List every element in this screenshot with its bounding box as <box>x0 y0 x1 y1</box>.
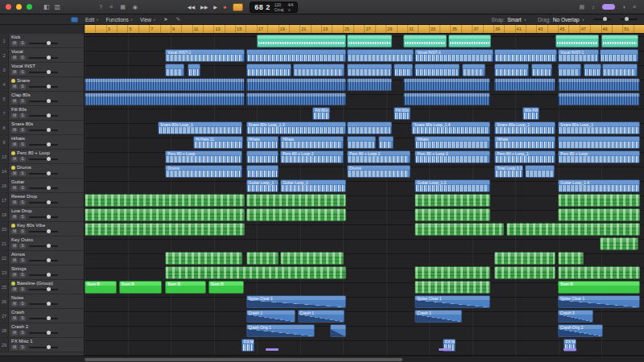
region[interactable] <box>85 93 245 105</box>
region[interactable] <box>600 237 638 250</box>
region[interactable]: Fill 80s (+5) <box>312 107 329 120</box>
solo-button[interactable]: S <box>19 56 26 60</box>
region[interactable] <box>506 223 640 236</box>
region[interactable]: Sum B <box>208 281 244 294</box>
solo-button[interactable]: S <box>19 244 26 249</box>
region[interactable] <box>494 49 557 62</box>
volume-slider[interactable] <box>29 245 58 247</box>
volume-slider[interactable] <box>29 101 58 102</box>
region[interactable] <box>601 35 639 47</box>
mute-button[interactable]: M <box>11 273 18 278</box>
region[interactable]: Crash 1 <box>415 310 462 323</box>
mute-button[interactable]: M <box>11 171 18 176</box>
track-header[interactable]: 16GuitarMS <box>0 179 84 193</box>
track-header[interactable]: 25Bassline (Group)MS <box>0 280 84 294</box>
region[interactable]: Crash Orig 2 <box>558 324 603 337</box>
volume-slider[interactable] <box>29 130 58 131</box>
region[interactable] <box>246 64 291 76</box>
volume-slider[interactable] <box>29 332 58 334</box>
mute-button[interactable]: M <box>11 186 18 191</box>
region[interactable] <box>448 35 492 47</box>
volume-slider[interactable] <box>29 274 58 276</box>
region[interactable] <box>347 64 392 76</box>
solo-button[interactable]: S <box>19 142 26 147</box>
midi-in-icon[interactable] <box>71 17 78 23</box>
mute-button[interactable]: M <box>11 142 18 147</box>
volume-knob[interactable] <box>47 331 51 335</box>
mute-button[interactable]: M <box>11 258 18 263</box>
volume-slider[interactable] <box>29 43 58 44</box>
track-header[interactable]: 26NoiseMS <box>0 294 84 309</box>
vertical-zoom-slider[interactable] <box>620 19 638 20</box>
region[interactable] <box>462 64 485 76</box>
volume-slider[interactable] <box>29 144 58 146</box>
pointer-tool-icon[interactable]: ➤ <box>163 16 167 23</box>
solo-button[interactable]: S <box>19 258 26 263</box>
region[interactable] <box>246 93 346 105</box>
region[interactable] <box>378 136 394 149</box>
region[interactable] <box>558 78 640 91</box>
region[interactable] <box>555 35 599 47</box>
volume-slider[interactable] <box>29 57 58 59</box>
volume-knob[interactable] <box>47 84 51 88</box>
region[interactable] <box>494 266 555 279</box>
volume-knob[interactable] <box>47 70 51 74</box>
volume-knob[interactable] <box>47 56 51 60</box>
region[interactable] <box>415 194 490 207</box>
solo-button[interactable]: S <box>19 345 26 350</box>
smart-controls-icon[interactable]: ◉ <box>133 4 138 10</box>
volume-knob[interactable] <box>47 142 51 146</box>
volume-slider[interactable] <box>29 231 58 232</box>
region[interactable] <box>531 64 553 76</box>
region[interactable] <box>415 64 460 76</box>
region[interactable] <box>347 49 414 62</box>
volume-slider[interactable] <box>29 187 58 189</box>
volume-knob[interactable] <box>47 302 51 306</box>
region[interactable]: Hihats <box>494 136 555 149</box>
mute-button[interactable]: M <box>11 128 18 133</box>
region[interactable] <box>85 194 245 207</box>
region[interactable]: Guitar Loop_1 <box>246 179 279 192</box>
mute-button[interactable]: M <box>11 56 18 60</box>
mute-button[interactable]: M <box>11 70 18 75</box>
region[interactable] <box>525 165 555 178</box>
solo-button[interactable]: S <box>19 186 26 191</box>
solo-button[interactable]: S <box>19 157 26 162</box>
region[interactable] <box>415 266 490 279</box>
track-header[interactable]: 27CrashMS <box>0 309 84 323</box>
solo-button[interactable]: S <box>19 41 26 46</box>
track-header[interactable]: 28Crash 2MS <box>0 323 84 338</box>
volume-knob[interactable] <box>47 215 51 219</box>
region[interactable]: Snare 80s Loop_1.4 <box>411 121 490 134</box>
region[interactable] <box>403 93 490 105</box>
horizontal-zoom-knob[interactable] <box>603 17 607 21</box>
region[interactable]: Perc 80 + Loop <box>558 150 640 163</box>
media-browser-icon[interactable]: ◑ <box>622 4 625 10</box>
region[interactable] <box>600 49 638 62</box>
editors-icon[interactable]: ▦ <box>120 4 126 10</box>
solo-button[interactable]: S <box>19 70 26 75</box>
volume-knob[interactable] <box>47 273 51 277</box>
region[interactable] <box>415 223 504 236</box>
region[interactable] <box>293 64 345 76</box>
track-header[interactable]: 14DrumsMS <box>0 164 84 179</box>
region[interactable]: FX M <box>242 339 254 352</box>
region[interactable] <box>415 208 490 221</box>
close-window-button[interactable] <box>6 4 11 10</box>
region[interactable] <box>394 64 413 76</box>
zoom-window-button[interactable] <box>27 4 32 10</box>
cycle-button[interactable] <box>233 3 243 11</box>
mixer-icon[interactable]: ≡ <box>109 4 113 10</box>
region[interactable]: Vocal INST-1 <box>415 49 493 62</box>
volume-knob[interactable] <box>47 200 51 204</box>
region[interactable]: Perc 80 + Loop 2 <box>347 150 411 163</box>
volume-slider[interactable] <box>29 115 58 117</box>
region[interactable] <box>494 64 529 76</box>
lcd-chevron-icon[interactable]: ∨ <box>287 7 293 12</box>
region[interactable]: Hihats <box>415 136 490 149</box>
region[interactable]: Crash 3 <box>558 310 593 323</box>
region[interactable]: Noise Clear 1 <box>246 295 346 308</box>
solo-button[interactable]: S <box>19 215 26 220</box>
region[interactable] <box>257 35 346 47</box>
library-toggle-icon[interactable]: ◧ <box>43 3 50 10</box>
